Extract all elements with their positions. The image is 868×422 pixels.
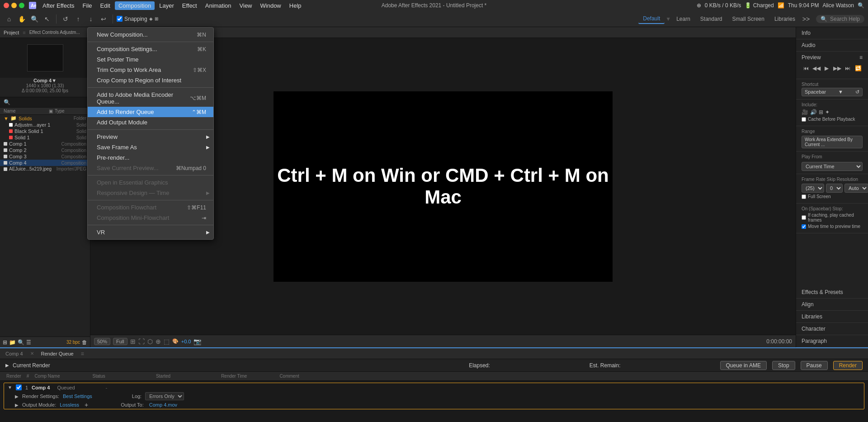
search-icon[interactable]: 🔍 [858, 2, 864, 9]
zoom-tool[interactable]: 🔍 [29, 14, 40, 24]
workspace-libraries[interactable]: Libraries [770, 14, 800, 24]
menu-new-composition[interactable]: New Composition... ⌘N [88, 29, 213, 40]
skip-forward-button[interactable]: ⏭ [844, 64, 852, 72]
loop-button[interactable]: 🔁 [854, 64, 863, 72]
render-item-checkbox[interactable] [16, 384, 22, 390]
viewer-icon3[interactable]: ⬡ [147, 338, 153, 345]
effects-presets-section[interactable]: Effects & Presets [796, 286, 868, 299]
move-up-tool[interactable]: ↑ [73, 14, 84, 24]
audio-include-icon[interactable]: 🔊 [810, 109, 817, 115]
color-icon[interactable]: 🎨 [172, 338, 179, 344]
select-tool[interactable]: ↖ [42, 14, 52, 24]
effect-include-icon[interactable]: ✦ [825, 109, 830, 115]
menu-view[interactable]: View [236, 1, 256, 10]
list-item[interactable]: Solid 1 Solid [0, 134, 90, 141]
snapping-checkbox[interactable] [117, 16, 123, 22]
search-help-input[interactable]: 🔍 Search Help [816, 15, 864, 23]
exposure-icon[interactable]: +0.0 [181, 339, 191, 344]
panel-menu-icon[interactable]: ☰ [26, 339, 31, 346]
overlay-include-icon[interactable]: ⊞ [819, 109, 823, 115]
resolution-select[interactable]: Auto [844, 184, 868, 193]
workspace-default[interactable]: Default [638, 14, 665, 24]
expand-icon[interactable]: ▶ [15, 394, 19, 399]
menu-after-effects[interactable]: After Effects [39, 1, 78, 10]
render-queue-menu[interactable]: ≡ [81, 351, 84, 357]
skip-back-button[interactable]: ⏮ [802, 64, 810, 72]
menu-composition[interactable]: Composition [115, 1, 155, 10]
zoom-select[interactable]: 50% [94, 338, 110, 345]
shortcut-dropdown[interactable]: ▼ [838, 89, 843, 95]
rotate-tool[interactable]: ↺ [60, 14, 71, 24]
menu-layer[interactable]: Layer [156, 1, 178, 10]
menu-composition-settings[interactable]: Composition Settings... ⌘K [88, 44, 213, 54]
character-section[interactable]: Character [796, 323, 868, 335]
preview-panel-menu[interactable]: ≡ [859, 54, 863, 61]
viewer-icon4[interactable]: ⊕ [156, 338, 161, 345]
stop-button[interactable]: Stop [772, 361, 795, 370]
expand-icon[interactable]: ▶ [15, 403, 19, 408]
expand-icon[interactable]: ▶ [5, 363, 9, 368]
output-module-link[interactable]: Lossless [60, 402, 79, 408]
menu-effect[interactable]: Effect [179, 1, 201, 10]
snapshot-icon[interactable]: 📷 [193, 338, 201, 345]
pause-button[interactable]: Pause [801, 361, 828, 370]
bottom-tab-render-queue[interactable]: Render Queue [39, 351, 75, 356]
full-screen-checkbox[interactable] [802, 194, 806, 199]
home-button[interactable]: ⌂ [4, 14, 14, 24]
menu-add-output-module[interactable]: Add Output Module [88, 117, 213, 128]
play-button[interactable]: ▶ [822, 64, 831, 72]
menu-file[interactable]: File [79, 1, 96, 10]
workspace-learn[interactable]: Learn [672, 14, 695, 24]
list-item[interactable]: AEJuice...5x219.jpeg Importer/JPEG [0, 166, 90, 172]
skip-select[interactable]: 0 [826, 184, 843, 193]
libraries-section[interactable]: Libraries [796, 311, 868, 323]
list-item[interactable]: Comp 1 Composition [0, 141, 90, 147]
menu-crop-comp[interactable]: Crop Comp to Region of Interest [88, 75, 213, 85]
workspace-small-screen[interactable]: Small Screen [728, 14, 769, 24]
output-to-link[interactable]: Comp 4.mov [149, 402, 177, 408]
search-icon[interactable]: 🔍 [18, 339, 24, 346]
menu-add-to-render-queue[interactable]: Add to Render Queue ⌃⌘M [88, 107, 213, 117]
info-section[interactable]: Info [796, 27, 868, 39]
menu-save-frame-as[interactable]: Save Frame As [88, 142, 213, 152]
maximize-window-button[interactable] [19, 3, 24, 8]
delete-icon[interactable]: 🗑 [82, 339, 87, 346]
bottom-tab-comp4[interactable]: Comp 4 [4, 351, 25, 356]
move-down-tool[interactable]: ↓ [85, 14, 96, 24]
minimize-window-button[interactable] [11, 3, 17, 8]
menu-window[interactable]: Window [257, 1, 285, 10]
if-caching-checkbox[interactable] [802, 215, 806, 220]
menu-pre-render[interactable]: Pre-render... [88, 152, 213, 163]
list-item[interactable]: Comp 4 Composition [0, 160, 90, 166]
menu-preview[interactable]: Preview [88, 132, 213, 142]
audio-section[interactable]: Audio [796, 39, 868, 52]
list-item[interactable]: Black Solid 1 Solid [0, 128, 90, 134]
undo-tool[interactable]: ↩ [98, 14, 109, 24]
next-frame-button[interactable]: ▶▶ [833, 64, 842, 72]
move-time-checkbox[interactable] [802, 224, 806, 229]
new-folder-icon[interactable]: 📁 [9, 339, 16, 346]
menu-set-poster-time[interactable]: Set Poster Time [88, 54, 213, 65]
more-workspaces-button[interactable]: >> [801, 14, 811, 24]
project-tab[interactable]: Project [4, 30, 19, 35]
queue-in-ame-button[interactable]: Queue in AME [720, 361, 767, 370]
menu-animation[interactable]: Animation [202, 1, 235, 10]
cache-before-playback-checkbox[interactable] [802, 117, 806, 122]
viewer-icon1[interactable]: ⊞ [130, 338, 136, 345]
viewer-icon2[interactable]: ⛶ [138, 338, 145, 345]
render-settings-link[interactable]: Best Settings [63, 394, 92, 399]
effect-controls-tab[interactable]: Effect Controls Adjustm... [29, 30, 80, 35]
shortcut-reset[interactable]: ↺ [855, 89, 859, 95]
list-item[interactable]: Adjustm...ayer 1 Solid [0, 122, 90, 128]
list-item[interactable]: Comp 2 Composition [0, 147, 90, 153]
align-section[interactable]: Align [796, 299, 868, 311]
new-comp-icon[interactable]: ⊞ [3, 339, 7, 346]
hand-tool[interactable]: ✋ [16, 14, 27, 24]
menu-help[interactable]: Help [286, 1, 305, 10]
fps-select[interactable]: (25) [802, 184, 824, 193]
range-value[interactable]: Work Area Extended By Current ... [802, 136, 863, 148]
log-select[interactable]: Errors Only [145, 392, 184, 400]
paragraph-section[interactable]: Paragraph [796, 335, 868, 347]
list-item[interactable]: Comp 3 Composition [0, 153, 90, 160]
add-output-module-button[interactable]: + [83, 401, 90, 408]
